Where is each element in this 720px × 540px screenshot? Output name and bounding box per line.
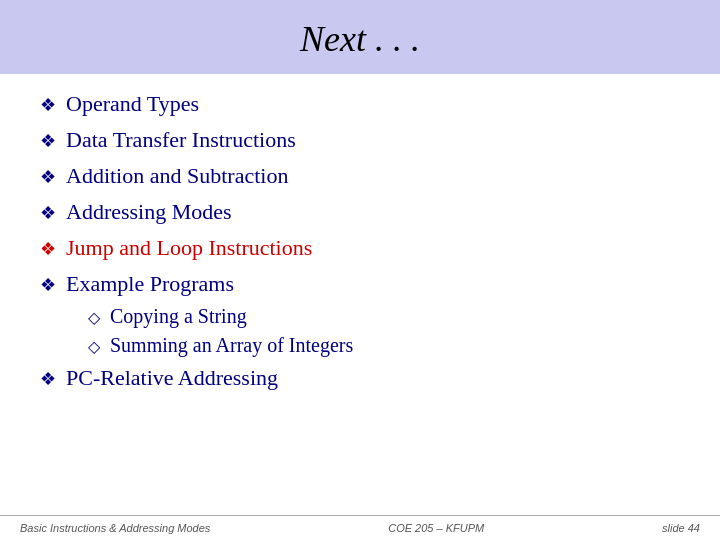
bullet-text-data-transfer: Data Transfer Instructions <box>66 127 296 153</box>
slide: Next . . . ❖Operand Types❖Data Transfer … <box>0 0 720 540</box>
bullet-text-operand-types: Operand Types <box>66 91 199 117</box>
bullet-text-addressing-modes: Addressing Modes <box>66 199 232 225</box>
bullet-text-jump-loop: Jump and Loop Instructions <box>66 235 312 261</box>
bullet-item-example-programs: ❖Example Programs <box>40 266 680 302</box>
bullet-symbol-pc-relative: ❖ <box>40 368 56 390</box>
slide-content: ❖Operand Types❖Data Transfer Instruction… <box>0 74 720 515</box>
bullet-text-example-programs: Example Programs <box>66 271 234 297</box>
sub-bullet-text-copying-string: Copying a String <box>110 305 247 328</box>
bullet-symbol-jump-loop: ❖ <box>40 238 56 260</box>
bullet-item-data-transfer: ❖Data Transfer Instructions <box>40 122 680 158</box>
slide-title: Next . . . <box>300 19 420 59</box>
bullet-item-addressing-modes: ❖Addressing Modes <box>40 194 680 230</box>
bullet-text-pc-relative: PC-Relative Addressing <box>66 365 278 391</box>
sub-bullet-text-summing-array: Summing an Array of Integers <box>110 334 353 357</box>
bullet-item-operand-types: ❖Operand Types <box>40 86 680 122</box>
footer-left: Basic Instructions & Addressing Modes <box>20 522 210 534</box>
sub-bullet-symbol-summing-array: ◇ <box>88 337 100 356</box>
footer-right: slide 44 <box>662 522 700 534</box>
bullet-text-addition: Addition and Subtraction <box>66 163 288 189</box>
bullet-symbol-data-transfer: ❖ <box>40 130 56 152</box>
bullet-symbol-addressing-modes: ❖ <box>40 202 56 224</box>
footer-center: COE 205 – KFUPM <box>388 522 484 534</box>
bullet-symbol-addition: ❖ <box>40 166 56 188</box>
bullet-item-addition: ❖Addition and Subtraction <box>40 158 680 194</box>
bullet-item-pc-relative: ❖PC-Relative Addressing <box>40 360 680 396</box>
slide-header: Next . . . <box>0 0 720 74</box>
bullet-symbol-example-programs: ❖ <box>40 274 56 296</box>
sub-bullet-symbol-copying-string: ◇ <box>88 308 100 327</box>
slide-footer: Basic Instructions & Addressing Modes CO… <box>0 515 720 540</box>
sub-bullet-item-summing-array: ◇Summing an Array of Integers <box>88 331 680 360</box>
sub-bullet-item-copying-string: ◇Copying a String <box>88 302 680 331</box>
bullet-symbol-operand-types: ❖ <box>40 94 56 116</box>
bullet-item-jump-loop: ❖Jump and Loop Instructions <box>40 230 680 266</box>
